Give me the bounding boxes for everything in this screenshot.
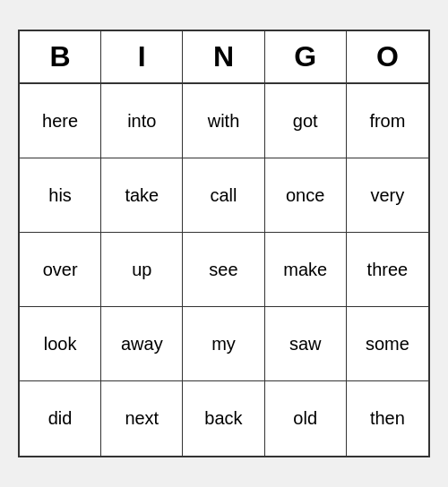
bingo-cell: some (347, 307, 428, 380)
bingo-cell: call (183, 158, 264, 232)
bingo-cell: see (183, 233, 264, 306)
bingo-row: lookawaymysawsome (20, 307, 428, 381)
header-letter: I (101, 31, 183, 82)
bingo-cell: my (183, 307, 264, 380)
header-letter: N (183, 31, 264, 82)
bingo-cell: next (101, 381, 183, 456)
bingo-card: BINGO hereintowithgotfromhistakecallonce… (18, 30, 430, 457)
header-letter: B (20, 31, 101, 82)
bingo-cell: with (183, 84, 264, 158)
bingo-row: overupseemakethree (20, 233, 428, 307)
bingo-cell: take (101, 158, 183, 232)
bingo-cell: old (265, 381, 347, 456)
bingo-cell: over (20, 233, 101, 306)
bingo-cell: into (101, 84, 183, 158)
bingo-cell: very (347, 158, 428, 232)
header-letter: O (347, 31, 428, 82)
bingo-cell: saw (265, 307, 347, 380)
bingo-row: hereintowithgotfrom (20, 84, 428, 158)
bingo-cell: then (347, 381, 428, 456)
bingo-cell: his (20, 158, 101, 232)
bingo-row: didnextbackoldthen (20, 381, 428, 456)
bingo-body: hereintowithgotfromhistakecallonceveryov… (20, 84, 428, 456)
bingo-cell: away (101, 307, 183, 380)
bingo-cell: look (20, 307, 101, 380)
bingo-row: histakecalloncevery (20, 158, 428, 233)
bingo-cell: once (265, 158, 347, 232)
bingo-cell: got (265, 84, 347, 158)
bingo-cell: did (20, 381, 101, 456)
bingo-cell: make (265, 233, 347, 306)
header-letter: G (265, 31, 347, 82)
bingo-cell: from (347, 84, 428, 158)
bingo-cell: back (183, 381, 264, 456)
bingo-header: BINGO (20, 31, 428, 84)
bingo-cell: here (20, 84, 101, 158)
bingo-cell: three (347, 233, 428, 306)
bingo-cell: up (101, 233, 183, 306)
